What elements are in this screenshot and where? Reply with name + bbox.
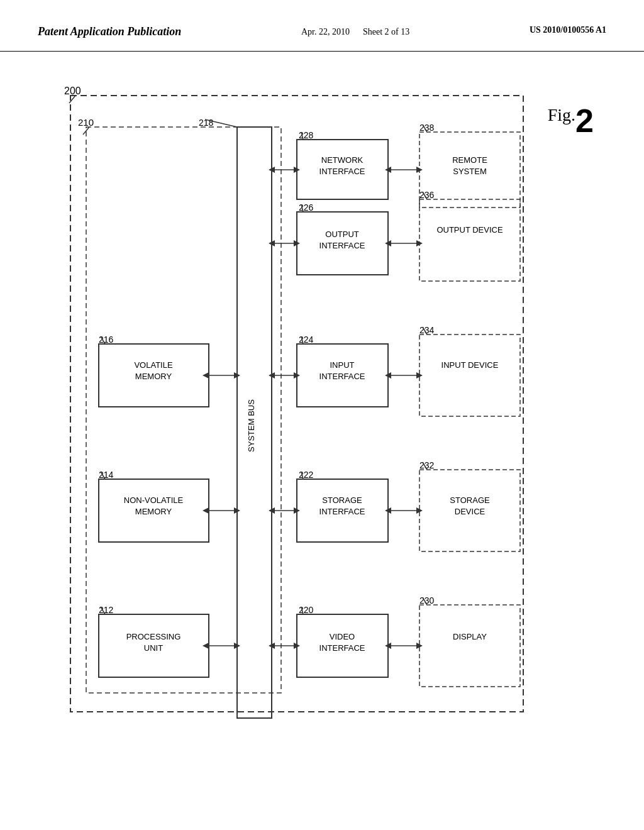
patent-page: Patent Application Publication Apr. 22, … xyxy=(0,0,644,830)
fig-text: Fig. xyxy=(548,105,575,125)
label-228: 228 xyxy=(299,130,314,140)
system-bus-label1: SYSTEM BUS xyxy=(247,399,256,452)
input-device-box xyxy=(419,335,520,416)
remote-label2: SYSTEM xyxy=(453,167,486,176)
display-box xyxy=(419,605,520,687)
output-dev-label1: OUTPUT DEVICE xyxy=(436,225,503,235)
processing-unit-label1: PROCESSING xyxy=(126,632,181,641)
storage-if-label1: STORAGE xyxy=(322,495,362,505)
block-diagram-svg: 200 210 PROCESSING UNIT 212 NON-VOLATILE… xyxy=(52,77,592,737)
label-220: 220 xyxy=(299,605,314,615)
input-dev-label1: INPUT DEVICE xyxy=(441,360,499,370)
network-if-label1: NETWORK xyxy=(321,155,364,165)
input-if-label1: INPUT xyxy=(330,360,355,370)
label-210: 210 xyxy=(78,117,94,128)
storage-dev-label2: DEVICE xyxy=(455,507,486,516)
label-226: 226 xyxy=(299,202,314,213)
arrow-left-nvm xyxy=(203,507,209,514)
remote-label1: REMOTE xyxy=(452,155,487,165)
volatile-label1: VOLATILE xyxy=(134,360,173,370)
header-center: Apr. 22, 2010 Sheet 2 of 13 xyxy=(301,25,409,38)
label-214: 214 xyxy=(99,470,114,480)
publication-label: Patent Application Publication xyxy=(38,25,181,38)
output-if-label2: INTERFACE xyxy=(319,241,365,250)
diagram-area: Fig. 2 200 210 PROCESSING UNIT 212 xyxy=(0,52,644,762)
display-label: DISPLAY xyxy=(453,632,487,641)
video-if-label2: INTERFACE xyxy=(319,643,365,653)
figure-label: Fig. 2 xyxy=(548,102,594,140)
label-222: 222 xyxy=(299,470,314,480)
nonvolatile-label2: MEMORY xyxy=(135,507,172,516)
publication-date: Apr. 22, 2010 xyxy=(301,27,350,36)
network-if-label2: INTERFACE xyxy=(319,167,365,176)
storage-dev-label1: STORAGE xyxy=(450,495,490,505)
video-if-label1: VIDEO xyxy=(330,632,355,641)
nonvolatile-label1: NON-VOLATILE xyxy=(124,495,184,505)
label-224: 224 xyxy=(299,335,314,345)
label-216: 216 xyxy=(99,335,114,345)
arrow-left-pu xyxy=(203,643,209,649)
label-200: 200 xyxy=(64,86,81,96)
volatile-label2: MEMORY xyxy=(135,372,172,381)
page-header: Patent Application Publication Apr. 22, … xyxy=(0,0,644,52)
label-212: 212 xyxy=(99,605,114,615)
input-if-label2: INTERFACE xyxy=(319,372,365,381)
output-if-label1: OUTPUT xyxy=(325,230,359,239)
sheet-info: Sheet 2 of 13 xyxy=(363,27,409,36)
label-218: 218 xyxy=(199,118,214,128)
arrow-left-vm xyxy=(203,372,209,379)
patent-number: US 2010/0100556 A1 xyxy=(530,25,606,35)
output-device-box xyxy=(419,199,520,281)
processing-unit-label2: UNIT xyxy=(144,643,163,653)
system-diagram: 200 210 PROCESSING UNIT 212 NON-VOLATILE… xyxy=(38,77,606,737)
storage-if-label2: INTERFACE xyxy=(319,507,365,516)
